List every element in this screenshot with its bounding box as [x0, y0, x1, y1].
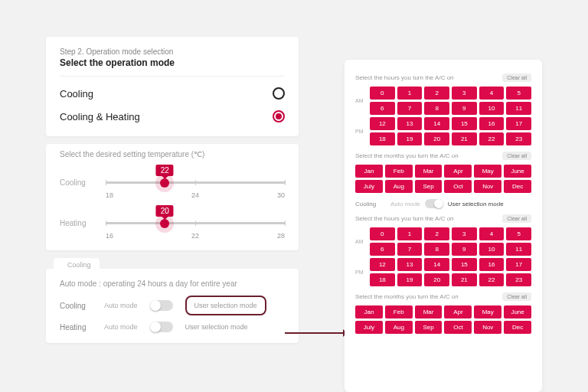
month-cell[interactable]: Aug [385, 321, 413, 334]
hour-cell[interactable]: 17 [506, 258, 531, 271]
hour-cell[interactable]: 19 [397, 132, 423, 145]
month-cell[interactable]: May [474, 305, 501, 318]
mode-row-label: Heating [60, 323, 96, 332]
hour-cell[interactable]: 15 [452, 117, 477, 130]
clear-all-button[interactable]: Clear all [502, 74, 531, 82]
month-cell[interactable]: Dec [504, 180, 531, 193]
month-cell[interactable]: Nov [474, 321, 501, 334]
hour-cell[interactable]: 12 [370, 258, 395, 271]
month-cell[interactable]: Feb [385, 305, 413, 318]
radio-option-cooling[interactable]: Cooling [60, 77, 285, 103]
month-cell[interactable]: July [355, 180, 383, 193]
temperature-header: Select the desired setting temperature (… [60, 150, 285, 158]
heating-slider-label: Heating [60, 219, 96, 227]
month-cell[interactable]: Sep [415, 321, 443, 334]
temperature-card: Select the desired setting temperature (… [46, 144, 299, 250]
step-card: Step 2. Operation mode selection Select … [46, 37, 299, 136]
cooling-label: Cooling [355, 201, 386, 207]
slider-thumb[interactable] [160, 178, 169, 188]
hour-cell[interactable]: 6 [370, 243, 395, 256]
cooling-slider[interactable]: 22 [106, 181, 285, 184]
mode-toggle[interactable] [150, 322, 173, 332]
month-cell[interactable]: May [474, 165, 501, 178]
month-cell[interactable]: Sep [415, 180, 443, 193]
slider-thumb[interactable] [160, 219, 169, 228]
hour-cell[interactable]: 11 [506, 243, 531, 256]
hour-cell[interactable]: 16 [479, 117, 505, 130]
user-selection-mode[interactable]: User selection mode [185, 323, 248, 331]
month-cell[interactable]: Mar [415, 165, 443, 178]
auto-mode-label: Auto mode [390, 201, 420, 207]
hour-cell[interactable]: 18 [370, 273, 395, 286]
user-selection-mode[interactable]: User selection mode [448, 201, 504, 207]
hour-cell[interactable]: 14 [424, 258, 449, 271]
months-label: Select the months you turn the A/C on [355, 152, 459, 159]
hour-cell[interactable]: 3 [452, 227, 477, 240]
month-cell[interactable]: Dec [504, 321, 531, 334]
hour-cell[interactable]: 8 [424, 102, 449, 115]
hour-cell[interactable]: 2 [424, 87, 449, 100]
hour-cell[interactable]: 6 [370, 102, 395, 115]
hour-cell[interactable]: 10 [479, 102, 505, 115]
hour-cell[interactable]: 17 [506, 117, 531, 130]
months-grid: Jan Feb Mar Apr May June July Aug Sep Oc… [355, 165, 531, 193]
hour-cell[interactable]: 4 [479, 87, 505, 100]
hour-cell[interactable]: 9 [452, 243, 477, 256]
clear-all-button[interactable]: Clear all [502, 152, 531, 160]
hour-cell[interactable]: 5 [506, 227, 531, 240]
hour-cell[interactable]: 19 [397, 273, 423, 286]
heating-slider[interactable]: 20 [106, 222, 285, 224]
hour-cell[interactable]: 18 [370, 132, 395, 145]
hour-cell[interactable]: 15 [452, 258, 477, 271]
mode-toggle[interactable] [425, 199, 443, 208]
hour-cell[interactable]: 14 [424, 117, 449, 130]
hour-cell[interactable]: 22 [479, 273, 505, 286]
month-cell[interactable]: June [504, 165, 531, 178]
month-cell[interactable]: Feb [385, 165, 413, 178]
hour-cell[interactable]: 8 [424, 243, 449, 256]
hour-cell[interactable]: 21 [452, 132, 477, 145]
month-cell[interactable]: Aug [385, 180, 413, 193]
clear-all-button[interactable]: Clear all [502, 292, 531, 301]
hour-cell[interactable]: 7 [397, 243, 423, 256]
step-label: Step 2. Operation mode selection [60, 47, 285, 56]
hour-cell[interactable]: 21 [452, 273, 477, 286]
hour-cell[interactable]: 0 [370, 227, 395, 240]
user-selection-mode-highlighted[interactable]: User selection mode [185, 296, 266, 315]
clear-all-button[interactable]: Clear all [502, 214, 531, 223]
mode-toggle[interactable] [150, 300, 173, 311]
hour-cell[interactable]: 12 [370, 117, 395, 130]
month-cell[interactable]: Oct [444, 180, 472, 193]
hour-cell[interactable]: 7 [397, 102, 423, 115]
hour-cell[interactable]: 16 [479, 258, 505, 271]
hour-cell[interactable]: 20 [424, 273, 449, 286]
hour-cell[interactable]: 13 [397, 117, 423, 130]
month-cell[interactable]: Apr [444, 305, 472, 318]
month-cell[interactable]: July [355, 321, 383, 334]
hour-cell[interactable]: 13 [397, 258, 423, 271]
hour-cell[interactable]: 3 [452, 87, 477, 100]
hour-cell[interactable]: 1 [397, 87, 423, 100]
hour-cell[interactable]: 4 [479, 227, 505, 240]
cooling-slider-row: Cooling 22 [60, 178, 285, 187]
hour-cell[interactable]: 20 [424, 132, 449, 145]
month-cell[interactable]: Jan [355, 165, 383, 178]
hour-cell[interactable]: 5 [506, 87, 531, 100]
hour-cell[interactable]: 0 [370, 87, 395, 100]
hour-cell[interactable]: 11 [506, 102, 531, 115]
months-grid-2: Jan Feb Mar Apr May June July Aug Sep Oc… [355, 305, 531, 334]
month-cell[interactable]: June [504, 305, 531, 318]
radio-option-cooling-heating[interactable]: Cooling & Heating [60, 103, 285, 126]
hour-cell[interactable]: 23 [506, 132, 531, 145]
hour-cell[interactable]: 1 [397, 227, 423, 240]
month-cell[interactable]: Apr [444, 165, 472, 178]
hour-cell[interactable]: 10 [479, 243, 505, 256]
hour-cell[interactable]: 9 [452, 102, 477, 115]
hour-cell[interactable]: 22 [479, 132, 505, 145]
month-cell[interactable]: Jan [355, 305, 383, 318]
month-cell[interactable]: Nov [474, 180, 501, 193]
month-cell[interactable]: Oct [444, 321, 472, 334]
month-cell[interactable]: Mar [415, 305, 443, 318]
hour-cell[interactable]: 2 [424, 227, 449, 240]
hour-cell[interactable]: 23 [506, 273, 531, 286]
